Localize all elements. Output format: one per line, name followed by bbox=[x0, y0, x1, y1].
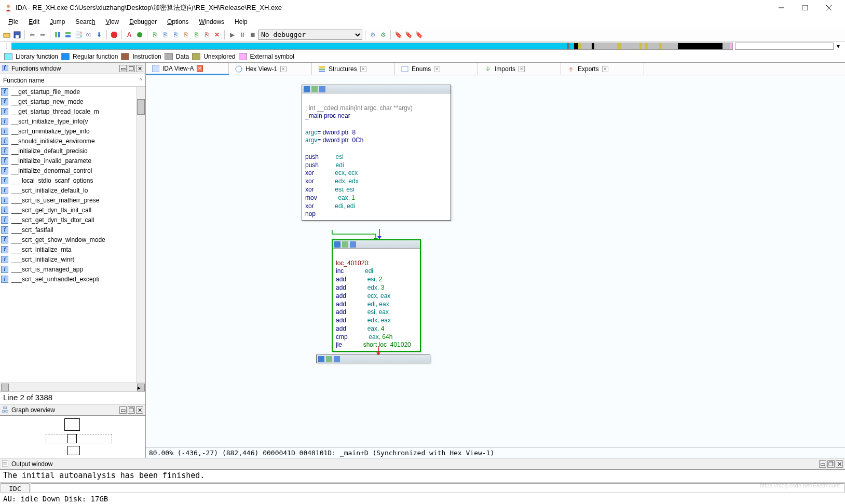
function-row[interactable]: f___scrt_is_user_matherr_prese bbox=[0, 195, 145, 205]
graph-block-main[interactable]: ; int __cdecl main(int argc, char **argv… bbox=[302, 85, 451, 221]
tab-close-icon[interactable]: ✕ bbox=[360, 66, 366, 72]
nav-handle-icon[interactable]: ⋮ bbox=[2, 42, 11, 51]
graph-view[interactable]: ; int __cdecl main(int argc, char **argv… bbox=[146, 75, 845, 447]
function-row[interactable]: f__get_startup_new_mode bbox=[0, 97, 145, 106]
graph-block-partial[interactable] bbox=[316, 355, 430, 363]
bookmark-icon[interactable]: 🔖 bbox=[393, 30, 403, 39]
function-row[interactable]: f___scrt_get_dyn_tls_init_call bbox=[0, 205, 145, 215]
function-row[interactable]: f___scrt_initialize_default_lo bbox=[0, 185, 145, 195]
menu-view[interactable]: View bbox=[101, 17, 123, 26]
svg-rect-26 bbox=[311, 86, 318, 92]
functions-list[interactable]: f__get_startup_file_modef__get_startup_n… bbox=[0, 87, 145, 383]
save-icon[interactable] bbox=[12, 30, 22, 39]
menu-edit[interactable]: Edit bbox=[24, 17, 44, 26]
panel-restore-icon[interactable]: ❐ bbox=[128, 406, 135, 414]
stop-debug-icon[interactable]: ⏹ bbox=[248, 30, 257, 39]
stop-icon[interactable] bbox=[110, 30, 119, 39]
delete-icon[interactable]: ✕ bbox=[212, 30, 222, 39]
menu-search[interactable]: Search bbox=[71, 17, 99, 26]
maximize-button[interactable] bbox=[793, 0, 817, 16]
function-row[interactable]: f__get_startup_file_mode bbox=[0, 87, 145, 97]
panel-restore-icon[interactable]: ❐ bbox=[128, 65, 135, 72]
menu-windows[interactable]: Windows bbox=[195, 17, 228, 26]
svg-rect-17 bbox=[2, 411, 5, 412]
function-row[interactable]: f__initialize_denormal_control bbox=[0, 166, 145, 175]
block-icon bbox=[318, 356, 324, 362]
tab-close-icon[interactable]: ✕ bbox=[602, 66, 608, 72]
menu-debugger[interactable]: Debugger bbox=[125, 17, 161, 26]
tab-close-icon[interactable]: ✕ bbox=[280, 66, 287, 72]
function-row[interactable]: f__scrt_initialize_type_info(v bbox=[0, 116, 145, 126]
run-icon[interactable]: ▶ bbox=[227, 30, 237, 39]
tab-ida-view[interactable]: IDA View-A✕ bbox=[146, 63, 229, 75]
panel-min-icon[interactable]: ▭ bbox=[819, 460, 826, 468]
function-row[interactable]: f___scrt_set_unhandled_excepti bbox=[0, 274, 145, 284]
function-row[interactable]: f___scrt_initialize_mta bbox=[0, 244, 145, 254]
nav-dropdown[interactable] bbox=[735, 43, 834, 50]
step-icon[interactable]: ⎘ bbox=[202, 30, 211, 39]
tool-icon[interactable] bbox=[53, 30, 62, 39]
open-icon[interactable] bbox=[2, 30, 11, 39]
menu-file[interactable]: File bbox=[4, 17, 22, 26]
graph-overview-body[interactable] bbox=[0, 416, 145, 457]
tab-structures[interactable]: Structures✕ bbox=[312, 63, 395, 75]
graph-block-loop[interactable]: loc_401020: inc edi add esi, 2 add edx, … bbox=[332, 239, 421, 352]
step-icon[interactable]: ⎘ bbox=[181, 30, 190, 39]
menu-jump[interactable]: Jump bbox=[46, 17, 69, 26]
step-icon[interactable]: ⎘ bbox=[160, 30, 170, 39]
idc-button[interactable]: IDC bbox=[1, 483, 30, 493]
binary-icon[interactable]: 01 bbox=[84, 30, 93, 39]
navigation-strip[interactable] bbox=[11, 43, 733, 50]
function-row[interactable]: f__get_startup_thread_locale_m bbox=[0, 106, 145, 116]
idc-input[interactable] bbox=[31, 483, 844, 493]
step-icon[interactable]: ⎘ bbox=[192, 30, 201, 39]
tab-close-icon[interactable]: ✕ bbox=[519, 66, 525, 72]
tab-close-icon[interactable]: ✕ bbox=[434, 66, 440, 72]
function-row[interactable]: f___scrt_get_show_window_mode bbox=[0, 235, 145, 244]
panel-min-icon[interactable]: ▭ bbox=[119, 406, 127, 414]
tool-icon[interactable]: ⚙ bbox=[368, 30, 377, 39]
debugger-select[interactable]: No debugger bbox=[258, 30, 362, 40]
function-row[interactable]: f__scrt_uninitialize_type_info bbox=[0, 126, 145, 136]
tab-close-icon[interactable]: ✕ bbox=[197, 65, 203, 72]
function-row[interactable]: f__should_initialize_environme bbox=[0, 136, 145, 146]
menu-help[interactable]: Help bbox=[230, 17, 252, 26]
scrollbar-vertical[interactable] bbox=[137, 87, 145, 383]
panel-restore-icon[interactable]: ❐ bbox=[827, 460, 835, 468]
down-icon[interactable]: ⬇ bbox=[94, 30, 104, 39]
function-row[interactable]: f___scrt_get_dyn_tls_dtor_call bbox=[0, 215, 145, 225]
tool-icon[interactable]: ⚙ bbox=[378, 30, 388, 39]
forward-icon[interactable]: ➡ bbox=[38, 30, 47, 39]
panel-close-icon[interactable]: ✕ bbox=[136, 65, 143, 72]
menu-options[interactable]: Options bbox=[163, 17, 193, 26]
text-icon[interactable]: A bbox=[125, 30, 134, 39]
step-icon[interactable]: ⎘ bbox=[150, 30, 159, 39]
panel-close-icon[interactable]: ✕ bbox=[136, 406, 143, 414]
svg-rect-24 bbox=[402, 66, 408, 72]
function-row[interactable]: f___scrt_fastfail bbox=[0, 225, 145, 235]
bookmark-icon[interactable]: 🔖 bbox=[404, 30, 413, 39]
tab-imports[interactable]: Imports✕ bbox=[478, 63, 561, 75]
pause-icon[interactable]: ⏸ bbox=[238, 30, 247, 39]
function-row[interactable]: f___scrt_initialize_winrt bbox=[0, 254, 145, 264]
close-button[interactable] bbox=[817, 0, 841, 16]
filter-icon[interactable]: 📑 bbox=[74, 30, 83, 39]
tab-exports[interactable]: Exports✕ bbox=[561, 63, 644, 75]
panel-min-icon[interactable]: ▭ bbox=[119, 65, 127, 72]
step-icon[interactable]: ⎘ bbox=[171, 30, 180, 39]
tool-icon[interactable] bbox=[63, 30, 73, 39]
minimize-button[interactable] bbox=[769, 0, 793, 16]
scrollbar-horizontal[interactable]: ▸ bbox=[0, 383, 145, 391]
function-row[interactable]: f__initialize_default_precisio bbox=[0, 146, 145, 156]
function-row[interactable]: f___scrt_is_managed_app bbox=[0, 264, 145, 274]
bookmark-icon[interactable]: 🔖 bbox=[414, 30, 424, 39]
function-row[interactable]: f___local_stdio_scanf_options bbox=[0, 175, 145, 185]
tab-hex-view[interactable]: Hex View-1✕ bbox=[229, 63, 312, 75]
circle-icon[interactable] bbox=[135, 30, 144, 39]
function-row[interactable]: f__initialize_invalid_paramete bbox=[0, 156, 145, 166]
chevron-down-icon[interactable]: ▾ bbox=[834, 42, 843, 51]
panel-close-icon[interactable]: ✕ bbox=[836, 460, 843, 468]
functions-column-header[interactable]: Function name^ bbox=[0, 74, 145, 87]
back-icon[interactable]: ⬅ bbox=[28, 30, 37, 39]
tab-enums[interactable]: Enums✕ bbox=[395, 63, 478, 75]
